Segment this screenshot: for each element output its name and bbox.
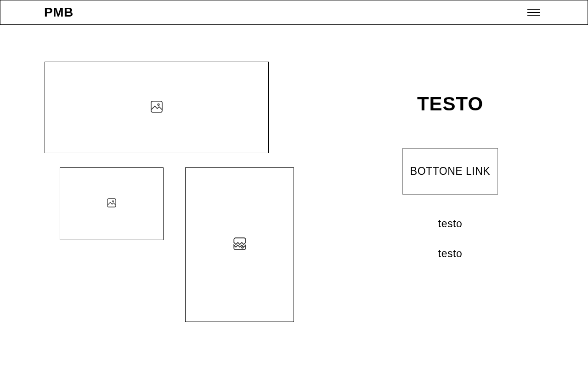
svg-rect-0 <box>151 101 162 112</box>
hamburger-menu-icon[interactable] <box>527 7 540 18</box>
image-placeholder-tall[interactable] <box>185 167 294 322</box>
svg-point-4 <box>241 247 243 248</box>
image-icon <box>106 197 117 210</box>
svg-point-3 <box>113 201 114 202</box>
image-grid <box>0 62 312 361</box>
image-placeholder-small[interactable] <box>60 167 164 240</box>
svg-rect-2 <box>107 199 116 207</box>
text-item: testo <box>438 247 462 260</box>
text-item: testo <box>438 218 462 230</box>
image-placeholder-large[interactable] <box>45 62 269 153</box>
broken-image-icon <box>232 236 248 253</box>
text-column: TESTO BOTTONE LINK testo testo <box>312 62 588 361</box>
link-button[interactable]: BOTTONE LINK <box>402 148 498 195</box>
main-heading: TESTO <box>417 93 483 115</box>
header: PMB <box>0 0 588 25</box>
main-content: TESTO BOTTONE LINK testo testo <box>0 25 588 361</box>
site-logo[interactable]: PMB <box>44 5 74 20</box>
image-icon <box>149 99 164 116</box>
svg-point-1 <box>158 104 159 105</box>
